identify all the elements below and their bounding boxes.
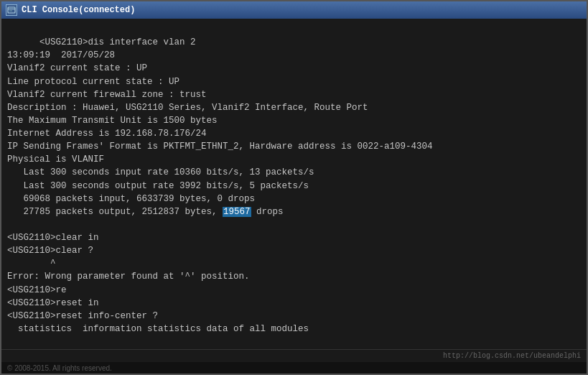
footer-url: http://blog.csdn.net/ubeandelphi — [443, 352, 581, 360]
title-bar: CLI Console(connected) — [1, 1, 587, 19]
highlight-drops: 19567 — [223, 207, 251, 217]
cli-console-window: CLI Console(connected) <USG2110>dis inte… — [0, 0, 588, 375]
footer-bar: http://blog.csdn.net/ubeandelphi — [1, 349, 587, 362]
window-title: CLI Console(connected) — [22, 5, 582, 15]
console-body[interactable]: <USG2110>dis interface vlan 2 13:09:19 2… — [1, 19, 587, 349]
window-icon — [6, 4, 17, 16]
copyright-bar: © 2008-2015. All rights reserved. — [1, 362, 587, 374]
copyright-text: © 2008-2015. All rights reserved. — [7, 364, 112, 372]
line-1: <USG2110>dis interface vlan 2 13:09:19 2… — [7, 37, 433, 349]
svg-rect-0 — [8, 7, 15, 13]
console-output: <USG2110>dis interface vlan 2 13:09:19 2… — [7, 23, 581, 349]
